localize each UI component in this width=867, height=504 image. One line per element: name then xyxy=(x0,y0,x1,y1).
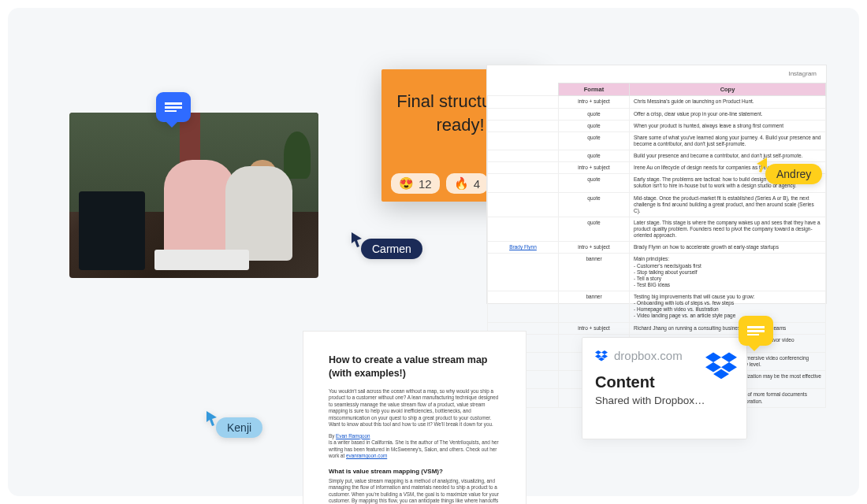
table-row: quoteLater stage. This stage is where th… xyxy=(488,217,826,241)
dropbox-card[interactable]: dropbox.com Content Shared with Dropbox… xyxy=(582,337,747,439)
doc-paragraph: You wouldn't sail across the ocean witho… xyxy=(329,388,500,428)
table-row: quoteWhen your product is hunted, always… xyxy=(488,120,826,132)
spreadsheet-card[interactable]: Instagram Format Copy intro + subjectChr… xyxy=(486,65,827,304)
table-row: quoteOffer a crisp, clear value prop in … xyxy=(488,108,826,120)
doc-subhead: What is value stream mapping (VSM)? xyxy=(329,468,500,475)
sheet-tag: Instagram xyxy=(788,70,817,78)
document-card[interactable]: How to create a value stream map (with e… xyxy=(303,331,527,504)
reaction-count: 4 xyxy=(474,177,480,191)
reaction-count: 12 xyxy=(419,177,432,191)
cursor-label: Andrey xyxy=(765,164,822,184)
reaction-fire[interactable]: 🔥 4 xyxy=(446,173,488,194)
cursor-kenji: Kenji xyxy=(205,410,262,438)
canvas: Final structure is ready! 😍 12 🔥 4 Insta… xyxy=(8,8,859,496)
comment-icon[interactable] xyxy=(156,92,191,122)
doc-byline: By Evan Ramgoon is a writer based in Cal… xyxy=(329,433,500,460)
col-format: Format xyxy=(559,83,630,96)
emoji-icon: 😍 xyxy=(399,176,414,191)
team-photo-card[interactable] xyxy=(69,113,318,278)
dropbox-icon xyxy=(705,352,737,380)
dropbox-icon xyxy=(595,350,608,361)
table-row: intro + subjectRichard Jhang on running … xyxy=(488,322,826,334)
author-link[interactable]: Brady Flynn xyxy=(509,244,537,250)
table-row: Brady Flynnintro + subjectBrady Flynn on… xyxy=(488,242,826,254)
domain-label: dropbox.com xyxy=(614,349,683,362)
cursor-andrey: Andrey xyxy=(754,156,822,184)
col-copy: Copy xyxy=(630,83,826,96)
table-row: quoteShare some of what you've learned a… xyxy=(488,132,826,150)
table-row: intro + subjectChris Messina's guide on … xyxy=(488,96,826,108)
reaction-heart-eyes[interactable]: 😍 12 xyxy=(391,173,440,194)
table-row: bannerMain principles: - Customer's need… xyxy=(488,254,826,291)
comment-icon[interactable] xyxy=(739,316,773,346)
card-subtitle: Shared with Dropbox… xyxy=(595,395,734,406)
cursor-carmen: Carmen xyxy=(350,231,422,259)
cursor-label: Carmen xyxy=(361,239,422,259)
emoji-icon: 🔥 xyxy=(454,176,469,191)
cursor-label: Kenji xyxy=(216,417,262,438)
author-link[interactable]: Evan Ramgoon xyxy=(336,433,370,439)
doc-title: How to create a value stream map (with e… xyxy=(329,354,500,380)
table-row: bannerTesting big improvements that will… xyxy=(488,291,826,323)
table-row: quoteMid-stage. Once the product-market … xyxy=(488,192,826,217)
author-site-link[interactable]: evanramgoon.com xyxy=(346,453,387,458)
doc-paragraph: Simply put, value stream mapping is a me… xyxy=(329,478,500,504)
